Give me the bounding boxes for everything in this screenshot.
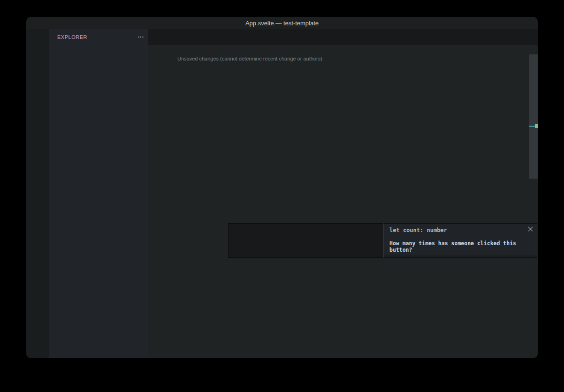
title-bar: App.svelte — test-template [26, 17, 538, 29]
suggest-docs: let count: number How many times has som… [383, 223, 537, 258]
editor-group: Unsaved changes (cannot determine recent… [148, 29, 538, 358]
file-tree [49, 45, 148, 358]
code-editor[interactable]: Unsaved changes (cannot determine recent… [148, 54, 538, 358]
sidebar-title: EXPLORER [57, 34, 87, 40]
activity-bar [26, 29, 49, 358]
close-window-button[interactable] [31, 20, 37, 26]
breadcrumb [148, 45, 538, 54]
zoom-window-button[interactable] [50, 20, 55, 26]
close-icon[interactable] [528, 226, 533, 232]
suggest-docs-spacer [384, 255, 537, 257]
minimize-window-button[interactable] [40, 20, 46, 26]
suggest-list [228, 223, 383, 258]
editor-scrollbar[interactable] [529, 54, 538, 179]
explorer-more-actions-icon[interactable] [137, 33, 145, 41]
suggest-description: How many times has someone clicked this … [384, 234, 537, 257]
window-title: App.svelte — test-template [26, 20, 538, 27]
gitlens-annotation: Unsaved changes (cannot determine recent… [148, 54, 538, 63]
explorer-sidebar: EXPLORER [49, 29, 148, 358]
suggest-widget: let count: number How many times has som… [228, 223, 537, 258]
tab-bar [148, 29, 538, 45]
overview-modified-mark [535, 124, 538, 128]
suggest-signature: let count: number [384, 224, 537, 234]
editor-toolbar [526, 29, 538, 45]
tab-spacer [148, 29, 526, 45]
vscode-window: App.svelte — test-template EXPLORER Unsa… [26, 17, 538, 358]
